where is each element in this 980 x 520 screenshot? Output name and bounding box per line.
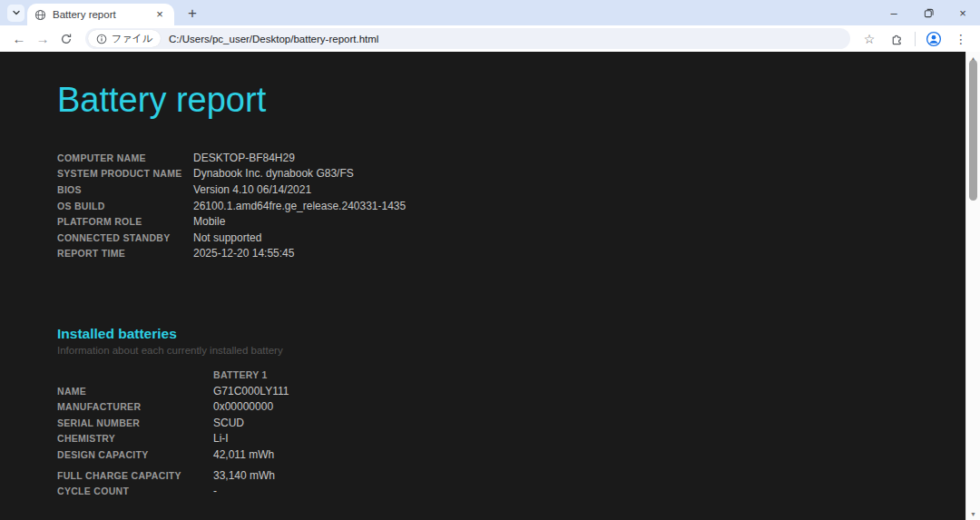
row-label: SYSTEM PRODUCT NAME — [57, 168, 193, 179]
puzzle-icon — [890, 32, 904, 45]
row-label: CHEMISTRY — [57, 433, 213, 444]
row-value: 33,140 mWh — [213, 469, 275, 482]
table-row: NAME G71C000LY111 — [57, 383, 980, 399]
toolbar-separator — [915, 32, 916, 46]
profile-avatar[interactable] — [922, 27, 946, 51]
section-subtitle: Information about each currently install… — [57, 345, 980, 356]
row-label: NAME — [57, 386, 213, 397]
globe-icon — [34, 9, 46, 21]
system-info-table: COMPUTER NAME DESKTOP-BF84H29 SYSTEM PRO… — [57, 150, 980, 261]
page-title: Battery report — [57, 79, 980, 121]
maximize-button[interactable] — [911, 0, 946, 25]
table-row: OS BUILD 26100.1.amd64fre.ge_release.240… — [57, 198, 980, 214]
row-value: - — [213, 485, 217, 497]
tab-search-button[interactable] — [7, 5, 24, 22]
table-row: CYCLE COUNT - — [57, 483, 980, 499]
new-tab-button[interactable]: + — [181, 3, 203, 25]
row-label: REPORT TIME — [57, 248, 193, 259]
row-value: DESKTOP-BF84H29 — [193, 152, 295, 164]
row-label: BIOS — [57, 184, 193, 195]
extensions-button[interactable] — [885, 27, 908, 51]
url-scheme-chip[interactable]: ファイル — [88, 30, 161, 47]
address-bar[interactable]: ファイル C:/Users/pc_user/Desktop/battery-re… — [85, 28, 850, 49]
row-value: G71C000LY111 — [213, 385, 289, 397]
reload-icon — [60, 33, 73, 45]
row-label: MANUFACTURER — [57, 401, 213, 412]
bookmark-star-icon[interactable]: ☆ — [858, 27, 881, 51]
page-scrollbar[interactable]: ▲ ▼ — [965, 52, 980, 520]
battery-report-page: Battery report COMPUTER NAME DESKTOP-BF8… — [0, 52, 980, 520]
row-value: SCUD — [213, 417, 244, 429]
forward-button[interactable]: → — [31, 27, 54, 51]
row-value: 26100.1.amd64fre.ge_release.240331-1435 — [193, 200, 406, 212]
scroll-down-icon[interactable]: ▼ — [966, 507, 980, 520]
row-value: Mobile — [193, 215, 225, 228]
installed-batteries-section: Installed batteries Information about ea… — [57, 326, 980, 356]
table-row: REPORT TIME 2025-12-20 14:55:45 — [57, 246, 980, 262]
row-label: COMPUTER NAME — [57, 152, 193, 163]
table-row: DESIGN CAPACITY 42,011 mWh — [57, 446, 980, 463]
row-value: 0x00000000 — [213, 400, 273, 413]
row-label: SERIAL NUMBER — [57, 417, 213, 428]
back-button[interactable]: ← — [7, 27, 31, 51]
window-controls: – × — [877, 0, 980, 25]
row-label: DESIGN CAPACITY — [57, 449, 213, 460]
table-row: FULL CHARGE CAPACITY 33,140 mWh — [57, 467, 980, 484]
row-value: Li-I — [213, 432, 229, 445]
row-value: Not supported — [193, 231, 261, 244]
row-label: CONNECTED STANDBY — [57, 232, 193, 243]
browser-tab[interactable]: Battery report × — [27, 4, 174, 25]
row-label: PLATFORM ROLE — [57, 216, 193, 227]
restore-icon — [924, 8, 934, 18]
battery-table: BATTERY 1 NAME G71C000LY111 MANUFACTURER… — [57, 367, 980, 499]
row-label: FULL CHARGE CAPACITY — [57, 470, 213, 481]
section-heading: Installed batteries — [57, 326, 980, 342]
row-value: 2025-12-20 14:55:45 — [193, 247, 294, 260]
table-row: PLATFORM ROLE Mobile — [57, 213, 980, 230]
reload-button[interactable] — [54, 27, 78, 51]
tab-strip: Battery report × + – × — [0, 0, 980, 25]
url-scheme-label: ファイル — [112, 32, 152, 45]
scrollbar-thumb[interactable] — [969, 60, 977, 201]
table-row: COMPUTER NAME DESKTOP-BF84H29 — [57, 150, 980, 166]
chevron-down-icon — [12, 8, 21, 17]
info-icon — [96, 34, 107, 44]
table-row: CONNECTED STANDBY Not supported — [57, 230, 980, 246]
row-value: Dynabook Inc. dynabook G83/FS — [193, 167, 354, 180]
row-label: CYCLE COUNT — [57, 486, 213, 496]
battery-column-header: BATTERY 1 — [213, 369, 268, 380]
table-row: SYSTEM PRODUCT NAME Dynabook Inc. dynabo… — [57, 166, 980, 182]
table-row: MANUFACTURER 0x00000000 — [57, 398, 980, 415]
table-row: CHEMISTRY Li-I — [57, 431, 980, 447]
row-label: OS BUILD — [57, 201, 193, 211]
row-value: 42,011 mWh — [213, 448, 274, 461]
minimize-button[interactable]: – — [877, 0, 911, 25]
battery-table-header: BATTERY 1 — [57, 367, 980, 383]
browser-menu-button[interactable]: ⋮ — [949, 27, 973, 51]
browser-toolbar: ← → ファイル C:/Users/pc_user/Desktop/batter… — [0, 25, 980, 52]
toolbar-actions: ☆ ⋮ — [858, 27, 973, 51]
tab-close-icon[interactable]: × — [152, 7, 167, 22]
row-value: Version 4.10 06/14/2021 — [193, 183, 311, 196]
table-row: SERIAL NUMBER SCUD — [57, 415, 980, 431]
avatar-icon — [926, 31, 942, 47]
url-text: C:/Users/pc_user/Desktop/battery-report.… — [169, 34, 378, 44]
table-row: BIOS Version 4.10 06/14/2021 — [57, 182, 980, 198]
close-window-button[interactable]: × — [946, 0, 980, 25]
tab-title: Battery report — [53, 9, 146, 20]
